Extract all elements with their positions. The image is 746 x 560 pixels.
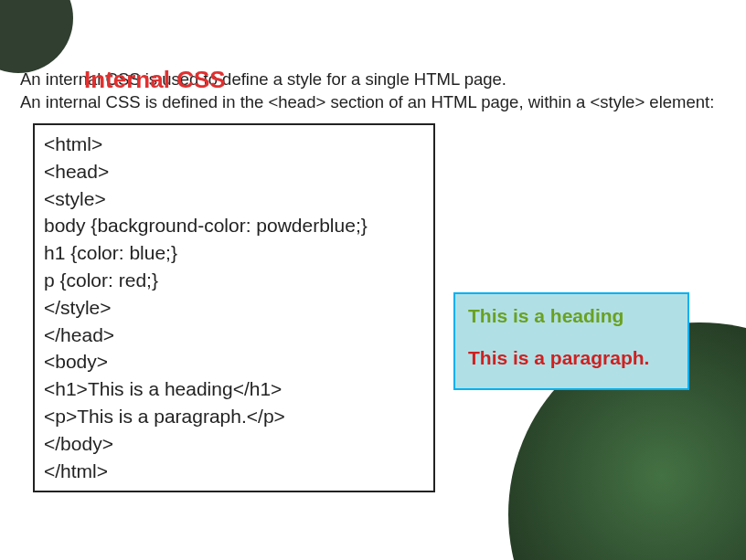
code-line: <h1>This is a heading</h1> — [44, 375, 424, 403]
code-example-box: <html> <head> <style> body {background-c… — [33, 123, 435, 492]
code-line: </html> — [44, 458, 424, 485]
output-paragraph: This is a paragraph. — [468, 345, 675, 371]
code-line: <head> — [44, 158, 424, 185]
code-line: <style> — [44, 185, 424, 213]
code-line: <body> — [44, 348, 424, 375]
code-line: body {background-color: powderblue;} — [44, 212, 424, 239]
slide-content: Internal CSS An internal CSS is used to … — [0, 0, 746, 492]
code-line: </head> — [44, 322, 424, 349]
code-line: p {color: red;} — [44, 267, 424, 294]
code-line: <html> — [44, 131, 424, 158]
intro-line-2: An internal CSS is defined in the <head>… — [20, 91, 726, 114]
code-line: h1 {color: blue;} — [44, 239, 424, 267]
code-line: </style> — [44, 294, 424, 322]
output-heading: This is a heading — [468, 303, 675, 329]
slide-title: Internal CSS — [84, 66, 226, 94]
code-line: </body> — [44, 430, 424, 458]
code-line: <p>This is a paragraph.</p> — [44, 403, 424, 430]
rendered-output-box: This is a heading This is a paragraph. — [453, 292, 689, 390]
